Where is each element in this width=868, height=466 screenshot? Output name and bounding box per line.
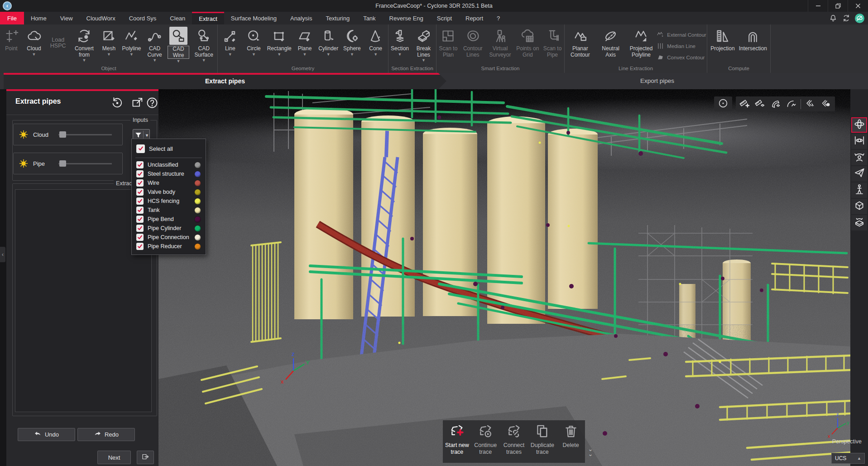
pipe-opacity-slider[interactable] (58, 160, 112, 167)
nav-button-orbit-constrained[interactable] (851, 134, 867, 149)
ribbon-button-projected-polyline[interactable]: Projected Polyline (626, 26, 656, 58)
ribbon-button-median-line[interactable]: Median Line (657, 41, 706, 51)
menu-item-clean[interactable]: Clean (163, 12, 192, 24)
trace-button-delete[interactable]: Delete (556, 420, 585, 449)
redo-button[interactable]: Redo (77, 428, 135, 441)
ribbon-button-convex-contour[interactable]: Convex Contour (657, 53, 706, 62)
menu-item-home[interactable]: Home (24, 12, 53, 24)
undo-button[interactable]: Undo (18, 428, 75, 441)
ribbon-button-plane[interactable]: Plane▼ (293, 26, 316, 57)
checkbox-checked[interactable] (136, 170, 144, 178)
filter-item-wire[interactable]: Wire (132, 178, 206, 187)
view-button-measure-angle-poly[interactable] (784, 97, 798, 110)
cloud-offline-icon[interactable] (855, 14, 864, 23)
ribbon-button-planar-contour[interactable]: Planar Contour (565, 26, 595, 58)
ribbon-button-sphere[interactable]: Sphere▼ (340, 26, 363, 57)
ribbon-button-cone[interactable]: Cone▼ (364, 26, 387, 57)
view-button-measure-distance[interactable] (753, 97, 767, 110)
ribbon-button-projection[interactable]: Projection (710, 26, 735, 53)
step-extract-pipes[interactable]: Extract pipes (4, 73, 446, 89)
menu-item-script[interactable]: Script (430, 12, 459, 24)
filter-item-select-all[interactable]: Select all (132, 142, 206, 155)
panel-collapse-handle[interactable]: ‹ (0, 247, 5, 262)
menu-item-reverse-eng[interactable]: Reverse Eng (383, 12, 430, 24)
checkbox-checked[interactable] (136, 144, 145, 153)
ribbon-button-break-lines[interactable]: Break Lines▼ (411, 26, 436, 63)
ucs-selector[interactable]: UCS ▲ (831, 453, 865, 464)
trace-toolbar-collapse-icon[interactable]: ⌄⌄ (586, 447, 595, 462)
ribbon-button-cloud[interactable]: Cloud▼ (23, 26, 45, 57)
next-button[interactable]: Next (97, 451, 131, 464)
menu-item-file[interactable]: File (0, 12, 24, 24)
filter-item-valve-body[interactable]: Valve body (132, 187, 206, 197)
menu-item-analysis[interactable]: Analysis (283, 12, 319, 24)
checkbox-checked[interactable] (136, 161, 144, 168)
ribbon-button-virtual-surveyor[interactable]: Virtual Surveyor (486, 26, 515, 58)
bell-icon[interactable] (829, 14, 838, 23)
ribbon-button-external-contour[interactable]: External Contour (657, 30, 706, 40)
trace-button-duplicate-trace[interactable]: Duplicate trace (528, 420, 556, 456)
ribbon-button-cylinder[interactable]: Cylinder▼ (317, 26, 340, 57)
ribbon-button-section[interactable]: Section▼ (388, 26, 411, 57)
ribbon-button-scan-to-pipe[interactable]: Scan to Pipe (541, 26, 564, 58)
ribbon-button-intersection[interactable]: Intersection (738, 26, 768, 53)
view-button-measure-add[interactable] (738, 97, 752, 110)
trace-button-connect-traces[interactable]: Connect traces (500, 420, 528, 456)
view-button-label-ball[interactable] (819, 97, 833, 110)
help-icon[interactable] (146, 96, 158, 109)
trace-button-continue-trace[interactable]: Continue trace (471, 420, 500, 456)
checkbox-checked[interactable] (136, 207, 144, 214)
menu-item-view[interactable]: View (53, 12, 80, 24)
view-button-measure-angle[interactable] (769, 97, 782, 110)
ribbon-button-scan-to-plan[interactable]: Scan to Plan (436, 26, 460, 58)
filter-item-pipe-connection[interactable]: Pipe Connection (132, 233, 206, 242)
ribbon-button-circle[interactable]: Circle▼ (242, 26, 265, 57)
nav-button-examine[interactable] (851, 150, 867, 165)
ribbon-button-contour-lines[interactable]: Contour Lines (460, 26, 486, 58)
menu-item-extract[interactable]: Extract (192, 12, 224, 24)
menu-item--[interactable]: ? (490, 12, 507, 24)
sync-icon[interactable] (842, 14, 851, 23)
checkbox-checked[interactable] (136, 179, 144, 187)
nav-button-fly[interactable] (851, 166, 867, 182)
filter-item-pipe-reducer[interactable]: Pipe Reducer (132, 242, 206, 251)
filter-item-pipe-bend[interactable]: Pipe Bend (132, 215, 206, 224)
menu-item-surface-modeling[interactable]: Surface Modeling (224, 12, 283, 24)
checkbox-checked[interactable] (136, 243, 144, 250)
checkbox-checked[interactable] (136, 234, 144, 241)
view-button-center-target[interactable] (716, 97, 730, 110)
menu-item-texturing[interactable]: Texturing (319, 12, 356, 24)
ribbon-button-convert-from[interactable]: Convert from▼ (71, 26, 97, 63)
trace-button-start-new-trace[interactable]: Start new trace (443, 420, 471, 456)
step-export-pipes[interactable]: Export pipes (446, 73, 868, 89)
slider-handle[interactable] (59, 131, 66, 138)
ribbon-button-rectangle[interactable]: Rectangle▼ (266, 26, 293, 57)
cloud-opacity-slider[interactable] (58, 131, 112, 138)
ribbon-button-cad-curve[interactable]: CAD Curve▼ (143, 26, 167, 63)
checkbox-checked[interactable] (136, 197, 144, 205)
filter-item-hcs-fencing[interactable]: HCS fencing (132, 197, 206, 206)
ribbon-button-mesh[interactable]: Mesh▼ (98, 26, 120, 57)
visibility-bulb-icon[interactable] (18, 158, 29, 169)
menu-item-coord-sys[interactable]: Coord Sys (122, 12, 163, 24)
filter-item-pipe-cylinder[interactable]: Pipe Cylinder (132, 224, 206, 233)
view-button-label-select[interactable] (804, 97, 817, 110)
menu-item-tank[interactable]: Tank (356, 12, 382, 24)
ribbon-button-line[interactable]: Line▼ (219, 26, 241, 57)
restore-button[interactable] (828, 0, 848, 12)
filter-item-tank[interactable]: Tank (132, 206, 206, 215)
ribbon-button-cad-wire[interactable]: CAD Wire▼ (167, 26, 191, 64)
reset-icon[interactable] (111, 96, 124, 109)
nav-button-orbit[interactable] (851, 117, 867, 133)
close-button[interactable] (848, 0, 868, 12)
nav-button-view-cube[interactable] (851, 199, 867, 214)
go-to-export-button[interactable] (137, 451, 154, 464)
visibility-bulb-icon[interactable] (18, 129, 29, 140)
menu-item-report[interactable]: Report (459, 12, 490, 24)
ribbon-button-cad-surface[interactable]: CAD Surface▼ (190, 26, 217, 63)
slider-handle[interactable] (59, 160, 66, 167)
nav-button-walk[interactable] (851, 183, 867, 198)
checkbox-checked[interactable] (136, 225, 144, 232)
ribbon-button-points-on-grid[interactable]: Points on Grid (515, 26, 541, 58)
ribbon-button-load-hspc[interactable]: Load HSPC (45, 26, 71, 59)
